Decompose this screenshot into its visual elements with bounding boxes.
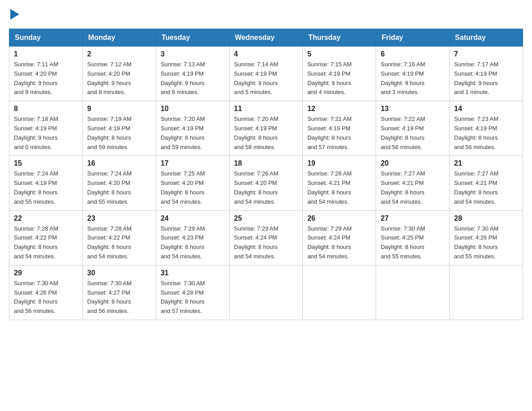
day-info: Sunrise: 7:19 AMSunset: 4:19 PMDaylight:… <box>87 115 151 152</box>
day-number: 29 <box>14 269 78 277</box>
calendar-cell: 3 Sunrise: 7:13 AMSunset: 4:19 PMDayligh… <box>156 47 229 101</box>
weekday-header-friday: Friday <box>376 29 450 47</box>
calendar-table: SundayMondayTuesdayWednesdayThursdayFrid… <box>9 29 523 320</box>
weekday-header-saturday: Saturday <box>450 29 523 47</box>
day-number: 3 <box>161 50 225 58</box>
calendar-cell: 10 Sunrise: 7:20 AMSunset: 4:19 PMDaylig… <box>156 101 229 156</box>
calendar-cell: 21 Sunrise: 7:27 AMSunset: 4:21 PMDaylig… <box>450 156 523 210</box>
day-number: 15 <box>14 159 78 167</box>
calendar-cell: 20 Sunrise: 7:27 AMSunset: 4:21 PMDaylig… <box>376 156 450 210</box>
calendar-cell: 16 Sunrise: 7:24 AMSunset: 4:20 PMDaylig… <box>82 156 156 210</box>
calendar-cell: 12 Sunrise: 7:21 AMSunset: 4:19 PMDaylig… <box>303 101 376 156</box>
day-number: 31 <box>161 269 225 277</box>
calendar-cell: 19 Sunrise: 7:26 AMSunset: 4:21 PMDaylig… <box>303 156 376 210</box>
day-info: Sunrise: 7:23 AMSunset: 4:19 PMDaylight:… <box>454 115 518 152</box>
day-info: Sunrise: 7:24 AMSunset: 4:20 PMDaylight:… <box>87 169 151 206</box>
day-info: Sunrise: 7:11 AMSunset: 4:20 PMDaylight:… <box>14 60 78 97</box>
day-number: 13 <box>381 105 445 113</box>
day-number: 27 <box>381 214 445 223</box>
day-info: Sunrise: 7:25 AMSunset: 4:20 PMDaylight:… <box>161 169 225 206</box>
calendar-week-5: 29 Sunrise: 7:30 AMSunset: 4:26 PMDaylig… <box>9 265 523 320</box>
weekday-header-wednesday: Wednesday <box>229 29 303 47</box>
day-info: Sunrise: 7:24 AMSunset: 4:19 PMDaylight:… <box>14 169 78 206</box>
calendar-cell: 14 Sunrise: 7:23 AMSunset: 4:19 PMDaylig… <box>450 101 523 156</box>
day-number: 16 <box>87 159 151 167</box>
svg-marker-0 <box>10 9 19 20</box>
day-info: Sunrise: 7:14 AMSunset: 4:19 PMDaylight:… <box>234 60 298 97</box>
day-info: Sunrise: 7:30 AMSunset: 4:26 PMDaylight:… <box>454 224 518 261</box>
calendar-cell: 22 Sunrise: 7:28 AMSunset: 4:22 PMDaylig… <box>9 210 83 265</box>
calendar-cell: 5 Sunrise: 7:15 AMSunset: 4:19 PMDayligh… <box>303 47 376 101</box>
day-number: 8 <box>14 105 78 113</box>
calendar-cell: 8 Sunrise: 7:18 AMSunset: 4:19 PMDayligh… <box>9 101 83 156</box>
day-number: 18 <box>234 159 298 167</box>
calendar-cell: 28 Sunrise: 7:30 AMSunset: 4:26 PMDaylig… <box>450 210 523 265</box>
calendar-cell: 23 Sunrise: 7:28 AMSunset: 4:22 PMDaylig… <box>82 210 156 265</box>
calendar-cell: 24 Sunrise: 7:29 AMSunset: 4:23 PMDaylig… <box>156 210 229 265</box>
calendar-cell <box>450 265 523 320</box>
calendar-cell: 4 Sunrise: 7:14 AMSunset: 4:19 PMDayligh… <box>229 47 303 101</box>
day-number: 7 <box>454 50 518 58</box>
day-number: 1 <box>14 50 78 58</box>
weekday-header-tuesday: Tuesday <box>156 29 229 47</box>
day-number: 2 <box>87 50 151 58</box>
weekday-header-sunday: Sunday <box>9 29 83 47</box>
calendar-cell: 27 Sunrise: 7:30 AMSunset: 4:25 PMDaylig… <box>376 210 450 265</box>
calendar-week-1: 1 Sunrise: 7:11 AMSunset: 4:20 PMDayligh… <box>9 47 523 101</box>
day-info: Sunrise: 7:27 AMSunset: 4:21 PMDaylight:… <box>454 169 518 206</box>
calendar-cell: 30 Sunrise: 7:30 AMSunset: 4:27 PMDaylig… <box>82 265 156 320</box>
day-info: Sunrise: 7:30 AMSunset: 4:28 PMDaylight:… <box>161 279 225 316</box>
day-number: 12 <box>307 105 371 113</box>
calendar-cell: 25 Sunrise: 7:29 AMSunset: 4:24 PMDaylig… <box>229 210 303 265</box>
day-number: 30 <box>87 269 151 277</box>
calendar-cell: 31 Sunrise: 7:30 AMSunset: 4:28 PMDaylig… <box>156 265 229 320</box>
day-info: Sunrise: 7:20 AMSunset: 4:19 PMDaylight:… <box>161 115 225 152</box>
calendar-week-3: 15 Sunrise: 7:24 AMSunset: 4:19 PMDaylig… <box>9 156 523 210</box>
weekday-header-thursday: Thursday <box>303 29 376 47</box>
day-number: 14 <box>454 105 518 113</box>
day-info: Sunrise: 7:29 AMSunset: 4:23 PMDaylight:… <box>161 224 225 261</box>
day-number: 19 <box>307 159 371 167</box>
calendar-cell: 2 Sunrise: 7:12 AMSunset: 4:20 PMDayligh… <box>82 47 156 101</box>
calendar-cell: 11 Sunrise: 7:20 AMSunset: 4:19 PMDaylig… <box>229 101 303 156</box>
calendar-cell: 9 Sunrise: 7:19 AMSunset: 4:19 PMDayligh… <box>82 101 156 156</box>
day-info: Sunrise: 7:30 AMSunset: 4:25 PMDaylight:… <box>381 224 445 261</box>
logo-triangle-icon <box>10 9 19 20</box>
calendar-cell: 29 Sunrise: 7:30 AMSunset: 4:26 PMDaylig… <box>9 265 83 320</box>
day-number: 20 <box>381 159 445 167</box>
calendar-cell <box>376 265 450 320</box>
calendar-cell: 7 Sunrise: 7:17 AMSunset: 4:19 PMDayligh… <box>450 47 523 101</box>
day-number: 26 <box>307 214 371 223</box>
day-number: 9 <box>87 105 151 113</box>
day-number: 4 <box>234 50 298 58</box>
day-number: 24 <box>161 214 225 223</box>
day-info: Sunrise: 7:13 AMSunset: 4:19 PMDaylight:… <box>161 60 225 97</box>
calendar-cell: 1 Sunrise: 7:11 AMSunset: 4:20 PMDayligh… <box>9 47 83 101</box>
day-info: Sunrise: 7:16 AMSunset: 4:19 PMDaylight:… <box>381 60 445 97</box>
calendar-week-4: 22 Sunrise: 7:28 AMSunset: 4:22 PMDaylig… <box>9 210 523 265</box>
day-number: 25 <box>234 214 298 223</box>
day-info: Sunrise: 7:12 AMSunset: 4:20 PMDaylight:… <box>87 60 151 97</box>
calendar-cell: 6 Sunrise: 7:16 AMSunset: 4:19 PMDayligh… <box>376 47 450 101</box>
weekday-header-monday: Monday <box>82 29 156 47</box>
day-info: Sunrise: 7:17 AMSunset: 4:19 PMDaylight:… <box>454 60 518 97</box>
day-info: Sunrise: 7:26 AMSunset: 4:21 PMDaylight:… <box>307 169 371 206</box>
day-info: Sunrise: 7:21 AMSunset: 4:19 PMDaylight:… <box>307 115 371 152</box>
day-info: Sunrise: 7:29 AMSunset: 4:24 PMDaylight:… <box>307 224 371 261</box>
day-number: 10 <box>161 105 225 113</box>
day-info: Sunrise: 7:30 AMSunset: 4:27 PMDaylight:… <box>87 279 151 316</box>
logo <box>9 9 19 20</box>
calendar-cell: 15 Sunrise: 7:24 AMSunset: 4:19 PMDaylig… <box>9 156 83 210</box>
day-info: Sunrise: 7:20 AMSunset: 4:19 PMDaylight:… <box>234 115 298 152</box>
day-number: 21 <box>454 159 518 167</box>
calendar-week-2: 8 Sunrise: 7:18 AMSunset: 4:19 PMDayligh… <box>9 101 523 156</box>
calendar-cell: 17 Sunrise: 7:25 AMSunset: 4:20 PMDaylig… <box>156 156 229 210</box>
day-info: Sunrise: 7:28 AMSunset: 4:22 PMDaylight:… <box>14 224 78 261</box>
day-info: Sunrise: 7:27 AMSunset: 4:21 PMDaylight:… <box>381 169 445 206</box>
day-info: Sunrise: 7:15 AMSunset: 4:19 PMDaylight:… <box>307 60 371 97</box>
day-info: Sunrise: 7:29 AMSunset: 4:24 PMDaylight:… <box>234 224 298 261</box>
page-header <box>9 9 523 20</box>
day-number: 22 <box>14 214 78 223</box>
calendar-cell: 26 Sunrise: 7:29 AMSunset: 4:24 PMDaylig… <box>303 210 376 265</box>
day-number: 6 <box>381 50 445 58</box>
